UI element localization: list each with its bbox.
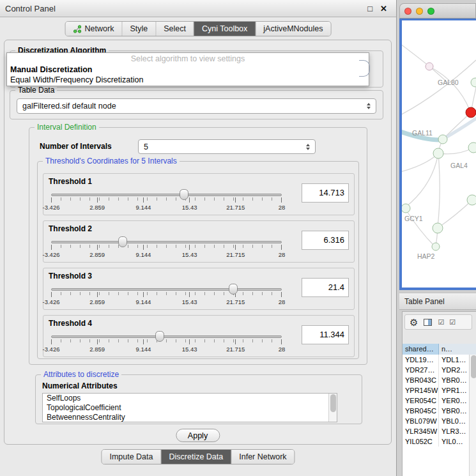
threshold-2-slider[interactable]: -3.426 2.859 9.144 15.43 21.715 28 [51, 239, 282, 261]
slider-thumb[interactable] [180, 189, 188, 200]
tick-label: -3.426 [43, 251, 60, 258]
group-title: Attributes to discretize [41, 370, 121, 379]
tick-label: 28 [279, 346, 286, 353]
tick-label: 15.43 [182, 204, 197, 211]
thresholds-group: Threshold's Coordinates for 5 Intervals … [37, 161, 359, 359]
tab-jactivemodules[interactable]: jActiveMNodules [256, 22, 330, 36]
traffic-zoom-icon[interactable] [427, 8, 434, 15]
dropdown-option-equal-width[interactable]: Equal Width/Frequency Discretization [7, 75, 369, 85]
table-row[interactable]: YDL19…YDL1… [403, 355, 476, 365]
network-node[interactable] [433, 223, 443, 233]
network-node[interactable] [468, 142, 476, 153]
table-row[interactable]: YBR043CYBR0… [403, 375, 476, 385]
traffic-minimize-icon[interactable] [416, 8, 423, 15]
list-scrollbar[interactable] [328, 394, 337, 422]
group-title: Table Data [15, 86, 57, 95]
control-panel-titlebar: Control Panel □ ✕ [0, 0, 396, 17]
gear-icon[interactable]: ⚙ [410, 318, 418, 327]
tick-label: 15.43 [182, 346, 197, 353]
tick-label: 2.859 [89, 204, 105, 211]
group-title: Threshold's Coordinates for 5 Intervals [43, 157, 180, 165]
tab-select[interactable]: Select [156, 22, 194, 36]
tick-label: 2.859 [89, 251, 105, 258]
network-graph: GAL80 GAL11 GAL4 GCY1 HAP2 [402, 20, 476, 288]
column-header-shared-name[interactable]: shared… [403, 344, 439, 355]
table-data-group: Table Data galFiltered.sif default node [10, 90, 383, 119]
num-intervals-select[interactable]: 5 [138, 139, 316, 154]
slider-thumb[interactable] [118, 236, 127, 247]
tab-label: Select [164, 24, 186, 33]
threshold-1-slider[interactable]: -3.426 2.859 9.144 15.43 21.715 28 [51, 192, 282, 213]
slider-track[interactable] [51, 288, 282, 291]
tab-cyni-toolbox[interactable]: Cyni Toolbox [194, 22, 256, 36]
tab-impute-data[interactable]: Impute Data [102, 450, 161, 464]
tab-network[interactable]: Network [66, 22, 123, 36]
node-label: GAL4 [450, 162, 468, 169]
tab-label: Discretize Data [169, 452, 224, 461]
columns-icon[interactable] [424, 319, 432, 326]
close-icon[interactable]: ✕ [380, 4, 387, 13]
tab-style[interactable]: Style [122, 22, 156, 36]
tab-discretize-data[interactable]: Discretize Data [162, 450, 232, 464]
interval-definition-group: Interval Definition Number of Intervals … [29, 127, 367, 365]
threshold-3-value-field[interactable]: 21.4 [302, 278, 349, 297]
slider-track[interactable] [51, 241, 282, 243]
network-node[interactable] [433, 148, 443, 158]
traffic-close-icon[interactable] [404, 8, 411, 15]
slider-track[interactable] [51, 335, 282, 338]
threshold-label: Threshold 2 [49, 224, 92, 233]
threshold-1-value-field[interactable]: 14.713 [302, 183, 349, 203]
threshold-2-value-field[interactable]: 6.316 [302, 231, 349, 250]
checkbox-icon[interactable]: ☑ [438, 319, 443, 326]
table-row[interactable]: YPR145WYPR1… [403, 385, 476, 395]
threshold-4-slider[interactable]: -3.426 2.859 9.144 15.43 21.715 28 [51, 334, 282, 355]
threshold-4-value-field[interactable]: 11.344 [302, 325, 349, 344]
slider-thumb[interactable] [155, 331, 164, 342]
table-data-select[interactable]: galFiltered.sif default node [17, 98, 376, 114]
slider-thumb[interactable] [229, 284, 238, 295]
apply-button[interactable]: Apply [176, 429, 220, 442]
list-item[interactable]: TopologicalCoefficient [43, 403, 337, 413]
list-item[interactable]: BetweennessCentrality [43, 413, 337, 422]
table-row[interactable]: YBR045CYBR0… [403, 406, 476, 416]
table-row[interactable]: YER054CYER0… [403, 395, 476, 406]
scrollbar-thumb[interactable] [471, 355, 476, 378]
network-node[interactable] [471, 78, 476, 87]
network-node[interactable] [426, 63, 433, 70]
checkbox-icon[interactable]: ☑ [449, 319, 455, 326]
combo-edge-fragment [359, 60, 370, 77]
slider-track[interactable] [51, 194, 282, 196]
threshold-3-slider[interactable]: -3.426 2.859 9.144 15.43 21.715 28 [51, 286, 282, 308]
network-node[interactable] [432, 243, 440, 250]
scrollbar-thumb[interactable] [330, 394, 336, 412]
tick-label: 21.715 [226, 251, 245, 258]
table-scrollbar[interactable] [469, 355, 476, 476]
table-row[interactable]: YBL079WYBL0… [403, 416, 476, 426]
tick-label: 28 [279, 298, 286, 305]
attributes-group: Attributes to discretize Numerical Attri… [35, 374, 362, 424]
column-header-name[interactable]: n… [439, 344, 476, 355]
network-window-titlebar[interactable] [399, 3, 476, 19]
table-row[interactable]: YIL052CYIL0… [403, 436, 476, 447]
table-body: YDL19…YDL1… YDR27…YDR2… YBR043CYBR0… YPR… [403, 355, 476, 476]
numerical-attributes-list[interactable]: SelfLoops TopologicalCoefficient Between… [42, 393, 337, 422]
table-row[interactable]: YLR345WYLR3… [403, 426, 476, 436]
table-row[interactable]: YDR27…YDR2… [403, 365, 476, 375]
tick-label: 28 [279, 251, 286, 258]
network-node[interactable] [438, 135, 447, 144]
tab-label: Style [130, 24, 148, 33]
stepper-icon [365, 103, 372, 109]
float-window-icon[interactable]: □ [367, 4, 372, 13]
tick-label: 28 [279, 204, 286, 211]
tick-label: 9.144 [136, 346, 151, 353]
threshold-1-panel: Threshold 1 14.713 -3.426 2.859 9.144 15… [43, 173, 355, 215]
tab-infer-network[interactable]: Infer Network [231, 450, 294, 464]
network-node[interactable] [467, 195, 476, 205]
threshold-label: Threshold 1 [49, 177, 92, 186]
list-item[interactable]: SelfLoops [43, 394, 337, 403]
dropdown-option-manual[interactable]: Manual Discretization [7, 65, 369, 75]
slider-scale: -3.426 2.859 9.144 15.43 21.715 28 [51, 204, 282, 211]
network-canvas[interactable]: GAL80 GAL11 GAL4 GCY1 HAP2 [402, 20, 476, 288]
network-node[interactable] [402, 204, 410, 213]
selected-network-node[interactable] [466, 107, 476, 118]
